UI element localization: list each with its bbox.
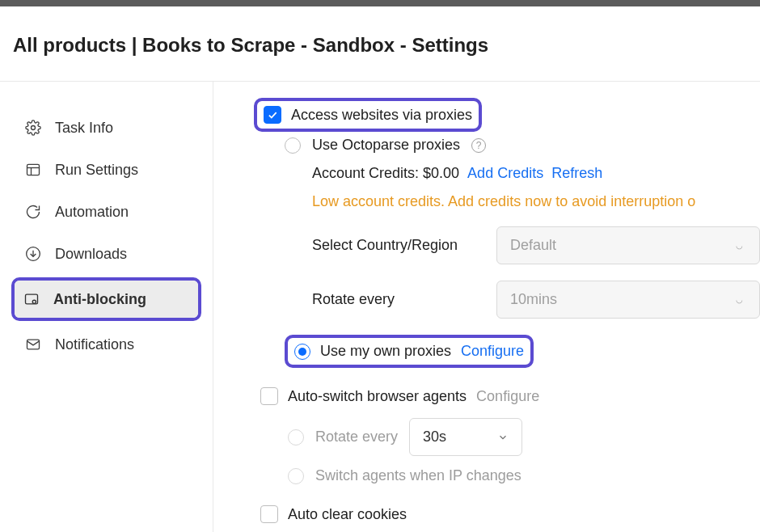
sidebar-item-notifications[interactable]: Notifications	[16, 326, 196, 363]
country-select[interactable]: Default ◡	[496, 226, 760, 264]
configure-agents-link[interactable]: Configure	[476, 388, 539, 405]
rotate-agents-value: 30s	[423, 429, 446, 445]
country-label: Select Country/Region	[312, 237, 474, 254]
switch-ip-label: Switch agents when IP changes	[315, 467, 521, 484]
rotate-agents-radio[interactable]	[288, 429, 304, 445]
rotate-label: Rotate every	[312, 291, 474, 308]
content: Access websites via proxies Use Octopars…	[213, 82, 760, 532]
sidebar-item-label: Automation	[55, 204, 129, 221]
chevron-down-icon: ◡	[736, 241, 743, 250]
page-title: All products | Books to Scrape - Sandbox…	[0, 6, 760, 82]
shield-icon	[23, 290, 40, 308]
octoparse-proxies-radio[interactable]	[285, 137, 301, 154]
svg-point-0	[32, 126, 36, 130]
highlight-anti-blocking: Anti-blocking	[11, 277, 201, 321]
refresh-link[interactable]: Refresh	[551, 165, 602, 182]
sidebar-item-label: Task Info	[55, 120, 113, 137]
sidebar-item-automation[interactable]: Automation	[16, 193, 196, 230]
configure-own-proxies-link[interactable]: Configure	[461, 343, 524, 360]
auto-clear-cookies-row[interactable]: Auto clear cookies	[254, 500, 760, 528]
svg-rect-8	[27, 340, 40, 349]
country-select-value: Default	[510, 237, 556, 254]
svg-rect-1	[27, 164, 40, 175]
highlight-access-proxies: Access websites via proxies	[254, 98, 482, 132]
layout-icon	[24, 161, 42, 179]
access-via-proxies-checkbox[interactable]	[264, 106, 281, 124]
access-via-proxies-row[interactable]: Access websites via proxies	[257, 101, 479, 129]
auto-clear-cookies-label: Auto clear cookies	[288, 506, 407, 523]
rotate-agents-select[interactable]: 30s	[409, 418, 522, 456]
sidebar-item-task-info[interactable]: Task Info	[16, 109, 196, 146]
sidebar-item-downloads[interactable]: Downloads	[16, 235, 196, 272]
auto-switch-agents-checkbox[interactable]	[260, 387, 278, 405]
account-credits-label: Account Credits: $0.00	[312, 165, 459, 182]
highlight-own-proxies: Use my own proxies Configure	[285, 335, 534, 368]
rotate-select-value: 10mins	[510, 291, 557, 308]
octoparse-proxies-label: Use Octoparse proxies	[312, 137, 460, 154]
auto-clear-cookies-checkbox[interactable]	[260, 505, 278, 523]
sidebar-item-label: Notifications	[55, 336, 134, 353]
own-proxies-label: Use my own proxies	[320, 343, 451, 360]
sidebar-item-label: Anti-blocking	[53, 291, 146, 308]
svg-point-7	[32, 300, 36, 303]
chevron-down-icon: ◡	[736, 295, 743, 304]
rotate-agents-label: Rotate every	[315, 429, 398, 445]
own-proxies-row[interactable]: Use my own proxies Configure	[288, 338, 530, 365]
chevron-down-icon	[497, 432, 509, 443]
refresh-icon	[24, 203, 42, 221]
download-icon	[24, 245, 42, 263]
sidebar-item-label: Downloads	[55, 246, 127, 263]
low-credits-warning: Low account credits. Add credits now to …	[312, 193, 695, 210]
help-icon[interactable]: ?	[471, 138, 486, 153]
own-proxies-radio[interactable]	[294, 344, 310, 360]
mail-icon	[24, 336, 42, 353]
rotate-select[interactable]: 10mins ◡	[496, 281, 760, 319]
sidebar-item-anti-blocking[interactable]: Anti-blocking	[15, 281, 198, 318]
sidebar-item-label: Run Settings	[55, 162, 138, 179]
sidebar-item-run-settings[interactable]: Run Settings	[16, 151, 196, 188]
add-credits-link[interactable]: Add Credits	[467, 165, 543, 182]
gear-icon	[24, 119, 42, 137]
auto-switch-agents-row[interactable]: Auto-switch browser agents Configure	[254, 382, 760, 410]
access-via-proxies-label: Access websites via proxies	[291, 107, 472, 124]
auto-switch-agents-label: Auto-switch browser agents	[288, 388, 467, 405]
sidebar: Task Info Run Settings Automation	[0, 82, 213, 532]
switch-ip-radio[interactable]	[288, 468, 304, 484]
